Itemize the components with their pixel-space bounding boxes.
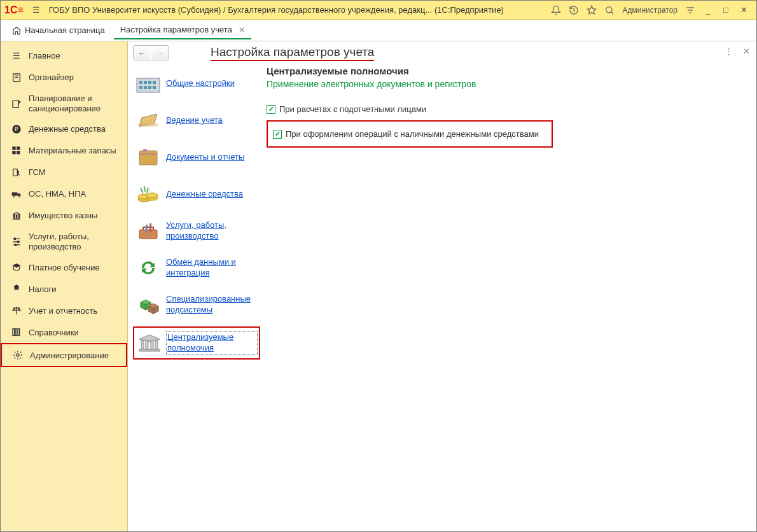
sidebar-label: Справочники [29, 328, 79, 338]
settings-nav-label: Ведение учета [166, 115, 223, 126]
sidebar-item-reporting[interactable]: Учет и отчетность [1, 300, 127, 321]
sidebar-item-assets[interactable]: ОС, НМА, НПА [1, 183, 127, 205]
settings-lines-icon[interactable] [683, 3, 698, 18]
building-icon [135, 72, 161, 95]
bell-icon[interactable] [548, 3, 564, 18]
sidebar: ☰Главное Органайзер Планирование и санкц… [1, 41, 128, 532]
svg-point-27 [17, 241, 19, 242]
settings-nav-general[interactable]: Общие настройки [133, 68, 260, 99]
svg-point-29 [15, 244, 17, 246]
star-icon[interactable] [584, 3, 599, 18]
svg-rect-38 [144, 81, 147, 84]
svg-rect-47 [139, 153, 157, 155]
nav-back-button[interactable]: ← [134, 46, 150, 60]
sidebar-item-services[interactable]: Услуги, работы, производство [1, 227, 127, 256]
settings-nav-centralized[interactable]: Централизуемые полномочия [133, 326, 260, 360]
ruble-icon: ₽ [11, 123, 22, 135]
sidebar-item-fuel[interactable]: ГСМ [1, 162, 127, 183]
close-window-icon[interactable]: ✕ [736, 3, 751, 18]
checkbox-cash-ops[interactable]: ✓ При оформлении операций с наличными де… [267, 120, 553, 148]
settings-nav-exchange[interactable]: Обмен данными и интеграция [133, 253, 260, 283]
nav-forward-button[interactable]: → [151, 46, 168, 60]
close-page-icon[interactable]: ✕ [743, 46, 750, 56]
maximize-icon[interactable]: □ [718, 3, 733, 18]
svg-rect-12 [12, 147, 15, 150]
boxes-icon [11, 145, 22, 157]
sidebar-label: Главное [29, 51, 60, 61]
sidebar-label: Денежные средства [29, 124, 106, 134]
sidebar-item-main[interactable]: ☰Главное [1, 45, 127, 67]
sidebar-label: Материальные запасы [29, 146, 116, 156]
tab-home-label: Начальная страница [25, 25, 105, 35]
sidebar-item-organizer[interactable]: Органайзер [1, 67, 127, 88]
list-icon: ☰ [11, 50, 22, 62]
tab-active-label: Настройка параметров учета [120, 25, 232, 34]
settings-nav-subsystems[interactable]: Специализированные подсистемы [133, 290, 260, 320]
books-icon [11, 326, 22, 338]
menu-icon[interactable]: ☰ [29, 3, 44, 18]
sidebar-item-directories[interactable]: Справочники [1, 321, 127, 343]
search-icon[interactable] [602, 3, 617, 18]
more-icon[interactable]: ⋮ [725, 46, 733, 56]
checkbox-settlements[interactable]: ✓ При расчетах с подотчетными лицами [267, 102, 745, 116]
sidebar-item-paid-edu[interactable]: Платное обучение [1, 256, 127, 278]
tab-close-icon[interactable]: ✕ [239, 25, 245, 34]
svg-rect-34 [18, 329, 20, 336]
svg-line-2 [611, 12, 613, 14]
svg-rect-39 [148, 81, 151, 84]
graduation-icon [11, 262, 22, 273]
emblem-icon [11, 283, 22, 295]
settings-nav-label: Обмен данными и интеграция [166, 257, 258, 279]
titlebar: 1C≡ ☰ ГОБУ ВПО Университет искусств (Суб… [1, 1, 756, 20]
settings-pane: Централизуемые полномочия Применение эле… [260, 64, 751, 366]
sidebar-label: Имущество казны [29, 211, 97, 221]
minimize-icon[interactable]: _ [700, 3, 716, 18]
content-header: ← → Настройка параметров учета ⋮ ✕ [128, 41, 756, 64]
sidebar-label: Администрирование [30, 351, 109, 361]
tabs-row: Начальная страница Настройка параметров … [1, 20, 756, 41]
svg-rect-16 [13, 169, 18, 176]
tab-active[interactable]: Настройка параметров учета ✕ [114, 22, 251, 39]
checkbox-label: При оформлении операций с наличными дене… [286, 129, 539, 139]
gear-icon [12, 349, 24, 361]
sidebar-item-treasury[interactable]: Имущество казны [1, 205, 127, 227]
sidebar-label: ОС, НМА, НПА [29, 189, 86, 199]
svg-rect-42 [144, 86, 147, 89]
sidebar-item-admin[interactable]: Администрирование [1, 343, 127, 367]
svg-rect-9 [13, 101, 18, 108]
fuel-icon [11, 167, 22, 178]
truck-icon [11, 188, 22, 200]
settings-nav-docs[interactable]: Документы и отчеты [133, 142, 260, 172]
svg-rect-59 [155, 340, 158, 349]
sidebar-item-materials[interactable]: Материальные запасы [1, 140, 127, 162]
content: ← → Настройка параметров учета ⋮ ✕ Общие… [128, 41, 756, 532]
history-icon[interactable] [566, 3, 581, 18]
svg-point-1 [606, 6, 612, 12]
settings-nav-services[interactable]: Услуги, работы, производство [133, 216, 260, 246]
pane-title: Централизуемые полномочия [267, 66, 745, 76]
sidebar-item-money[interactable]: ₽Денежные средства [1, 118, 127, 140]
user-label[interactable]: Администратор [618, 6, 681, 15]
sidebar-item-planning[interactable]: Планирование и санкционирование [1, 88, 127, 118]
settings-nav-money[interactable]: Денежные средства [133, 179, 260, 209]
svg-rect-60 [139, 349, 160, 351]
workspace: ☰Главное Органайзер Планирование и санкц… [1, 41, 756, 532]
svg-rect-21 [16, 214, 17, 218]
settings-nav-accounting[interactable]: Ведение учета [133, 105, 260, 136]
app-title: ГОБУ ВПО Университет искусств (Субсидия)… [45, 5, 548, 15]
plan-icon [11, 98, 22, 109]
svg-rect-15 [17, 151, 20, 154]
settings-nav-label: Документы и отчеты [166, 152, 244, 163]
refresh-icon [135, 256, 161, 279]
svg-rect-20 [13, 214, 14, 218]
coins-icon [135, 183, 161, 206]
svg-rect-41 [139, 86, 142, 89]
svg-point-52 [146, 193, 158, 198]
sidebar-item-taxes[interactable]: Налоги [1, 278, 127, 300]
scale-icon [11, 305, 22, 316]
svg-rect-40 [153, 81, 156, 84]
page-title: Настройка параметров учета [211, 45, 374, 61]
settings-nav-label: Специализированные подсистемы [166, 294, 258, 316]
tab-home[interactable]: Начальная страница [6, 22, 111, 39]
logo-1c: 1C≡ [4, 4, 24, 16]
